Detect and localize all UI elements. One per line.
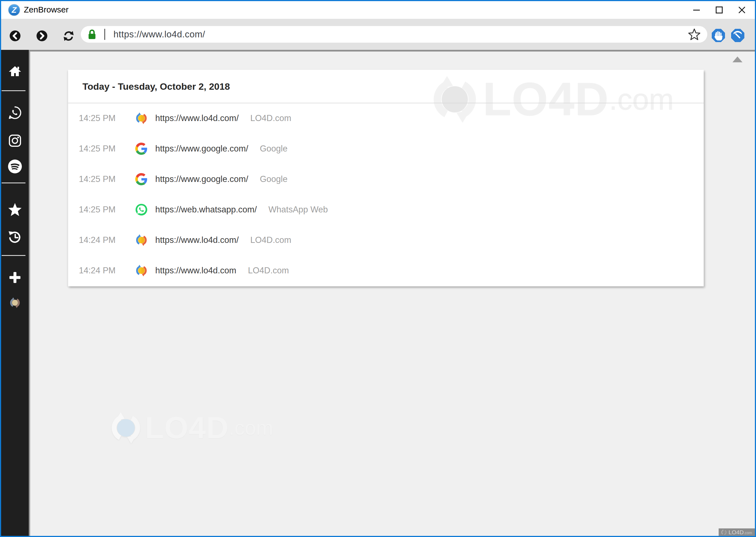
- sidebar: [1, 50, 29, 536]
- sync-logo-icon: [9, 297, 20, 308]
- minimize-icon: [693, 6, 700, 14]
- history-time: 14:24 PM: [79, 266, 135, 275]
- lo4d-badge-logo-icon: [721, 529, 727, 535]
- refresh-button[interactable]: [62, 30, 75, 42]
- history-url[interactable]: https://www.lo4d.com/: [155, 235, 239, 245]
- google-favicon: [135, 173, 147, 185]
- window-controls: [685, 1, 753, 19]
- adblock-hand-icon: [712, 29, 725, 42]
- history-icon: [8, 230, 22, 245]
- history-title: WhatsApp Web: [268, 205, 328, 215]
- lo4d-favicon: [135, 112, 147, 124]
- history-list: 14:25 PM https://www.lo4d.com/ LO4D.com …: [68, 103, 704, 286]
- bookmark-star-icon[interactable]: [688, 28, 701, 41]
- zenbrowser-logo-icon: Z: [8, 4, 20, 16]
- lo4d-corner-badge: LO4D.com: [719, 528, 755, 536]
- site-favicon: [135, 265, 147, 277]
- watermark-tld: .com: [229, 416, 273, 439]
- page-watermark: LO4D.com: [110, 410, 273, 446]
- sidebar-item-bookmarks[interactable]: [8, 202, 22, 218]
- history-url[interactable]: https://web.whatsapp.com/: [155, 205, 257, 215]
- lo4d-favicon: [135, 234, 147, 246]
- browser-window: Z ZenBrowser: [0, 0, 756, 537]
- app-title: ZenBrowser: [24, 5, 69, 15]
- sidebar-divider: [2, 183, 25, 183]
- history-url[interactable]: https://www.google.com/: [155, 144, 248, 154]
- sidebar-item-add[interactable]: [9, 271, 21, 285]
- history-row[interactable]: 14:24 PM https://www.lo4d.com LO4D.com: [68, 255, 704, 286]
- history-row[interactable]: 14:24 PM https://www.lo4d.com/ LO4D.com: [68, 225, 704, 255]
- header-divider: [68, 103, 704, 103]
- history-url[interactable]: https://www.google.com/: [155, 174, 248, 184]
- title-bar: Z ZenBrowser: [1, 1, 755, 19]
- plus-icon: [9, 271, 21, 284]
- site-favicon: [135, 234, 147, 246]
- history-time: 14:25 PM: [79, 113, 135, 123]
- spotify-icon: [8, 159, 22, 174]
- bookmarks-star-icon: [8, 202, 22, 217]
- instagram-icon: [8, 134, 22, 147]
- google-favicon: [135, 143, 147, 155]
- history-time: 14:24 PM: [79, 235, 135, 245]
- adblock-button[interactable]: [711, 28, 726, 43]
- address-text[interactable]: https://www.lo4d.com/: [113, 29, 205, 40]
- whatsapp-favicon: [135, 204, 147, 216]
- history-panel: LO4D.com Today - Tuesday, October 2, 201…: [68, 70, 704, 286]
- history-url[interactable]: https://www.lo4d.com: [155, 266, 236, 275]
- sidebar-item-sync[interactable]: [9, 297, 20, 310]
- scrollbar-up-button[interactable]: [733, 57, 742, 62]
- history-row[interactable]: 14:25 PM https://www.google.com/ Google: [68, 164, 704, 194]
- history-time: 14:25 PM: [79, 205, 135, 215]
- home-icon: [8, 64, 21, 78]
- pickaxe-icon: [731, 29, 744, 42]
- secure-lock-icon[interactable]: [88, 29, 96, 40]
- page-content: LO4D.com Today - Tuesday, October 2, 201…: [29, 50, 755, 536]
- close-icon: [738, 6, 746, 14]
- site-favicon: [135, 204, 147, 216]
- back-button[interactable]: [9, 30, 21, 42]
- forward-button[interactable]: [36, 30, 48, 42]
- sidebar-item-instagram[interactable]: [8, 134, 22, 149]
- address-bar[interactable]: https://www.lo4d.com/: [81, 26, 707, 43]
- history-row[interactable]: 14:25 PM https://www.lo4d.com/ LO4D.com: [68, 103, 704, 134]
- history-title: Google: [260, 144, 287, 154]
- site-favicon: [135, 143, 147, 155]
- history-title: LO4D.com: [248, 266, 289, 275]
- svg-text:Z: Z: [11, 6, 17, 15]
- navigation-toolbar: https://www.lo4d.com/: [1, 19, 755, 50]
- sidebar-divider: [2, 90, 25, 91]
- history-title: Google: [260, 174, 287, 184]
- history-row[interactable]: 14:25 PM https://web.whatsapp.com/ Whats…: [68, 194, 704, 225]
- history-time: 14:25 PM: [79, 174, 135, 184]
- anti-miner-button[interactable]: [731, 28, 745, 43]
- sidebar-item-spotify[interactable]: [8, 159, 22, 175]
- whatsapp-icon: [8, 105, 22, 120]
- history-title: LO4D.com: [250, 235, 291, 245]
- site-favicon: [135, 112, 147, 124]
- history-url[interactable]: https://www.lo4d.com/: [155, 113, 239, 123]
- history-time: 14:25 PM: [79, 144, 135, 154]
- watermark-brand: LO4D: [729, 529, 744, 535]
- site-favicon: [135, 173, 147, 185]
- sidebar-divider: [2, 255, 25, 256]
- maximize-button[interactable]: [708, 1, 731, 19]
- watermark-tld: .com: [744, 531, 752, 535]
- history-title: LO4D.com: [250, 113, 291, 123]
- history-row[interactable]: 14:25 PM https://www.google.com/ Google: [68, 134, 704, 164]
- history-date-header: Today - Tuesday, October 2, 2018: [68, 70, 704, 103]
- maximize-icon: [715, 6, 723, 14]
- minimize-button[interactable]: [685, 1, 708, 19]
- url-separator: [104, 29, 105, 40]
- close-button[interactable]: [731, 1, 753, 19]
- watermark-brand: LO4D: [145, 410, 229, 446]
- sidebar-item-home[interactable]: [8, 64, 21, 79]
- lo4d-watermark-logo-icon: [110, 412, 142, 444]
- sidebar-item-whatsapp[interactable]: [8, 105, 22, 121]
- sidebar-item-history[interactable]: [8, 230, 22, 246]
- lo4d-favicon: [135, 265, 147, 277]
